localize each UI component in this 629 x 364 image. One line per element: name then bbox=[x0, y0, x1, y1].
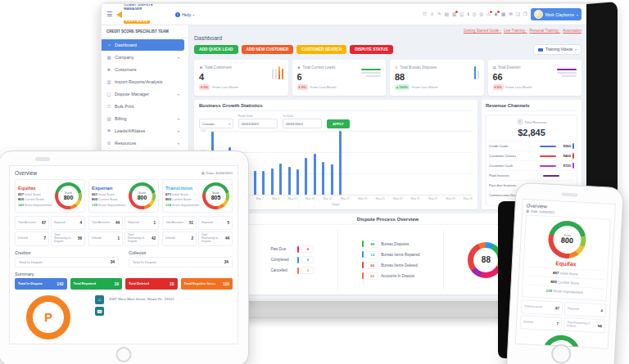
link-personal-training[interactable]: Personal Training bbox=[529, 29, 560, 33]
chart-bar-slot bbox=[447, 131, 455, 195]
link-getting-started[interactable]: Getting Started Guide bbox=[464, 29, 501, 33]
chart-bar bbox=[322, 162, 324, 195]
sidebar-item-dispute-manager[interactable]: ▢ Dispute Manager ▾ bbox=[102, 88, 184, 100]
sidebar-item-dashboard[interactable]: ◔ Dashboard bbox=[102, 39, 184, 51]
chat-icon[interactable]: ❏ bbox=[516, 12, 520, 17]
phone-icon-button[interactable]: ☎ bbox=[95, 307, 104, 316]
sidebar-item-bulk-print[interactable]: ☷ Bulk Print bbox=[102, 101, 184, 112]
chart-bar bbox=[296, 169, 299, 195]
sidebar-item-leads-affiliates[interactable]: ⚑ Leads/Affiliates ▾ bbox=[102, 125, 184, 137]
customer-search-button[interactable]: CUSTOMER SEARCH bbox=[296, 45, 346, 54]
x-tick-label: May 31 bbox=[464, 197, 473, 200]
chart-bar-slot bbox=[345, 131, 353, 195]
sidebar-item-customers[interactable]: ☻ Customers bbox=[102, 64, 184, 75]
total-revenue-value: $2,845 bbox=[489, 128, 574, 137]
help-menu[interactable]: i Help bbox=[175, 12, 194, 17]
avatar bbox=[534, 10, 543, 19]
trend-badge: 0% bbox=[493, 84, 504, 90]
list-icon[interactable]: ☷ bbox=[423, 12, 427, 17]
printer-icon: ☷ bbox=[106, 104, 111, 109]
sitemap-icon[interactable]: ◫ bbox=[459, 12, 464, 17]
gear-icon: ⚙ bbox=[106, 141, 111, 146]
add-new-customer-button[interactable]: ADD NEW CUSTOMER bbox=[242, 45, 294, 54]
score-gauge: Score805 bbox=[202, 182, 229, 209]
disputes-icon: ♙ bbox=[395, 65, 398, 70]
chart-bar-slot bbox=[310, 131, 319, 195]
flag-icon: ⚑ bbox=[106, 128, 111, 133]
report-date: ▦Date: 10/06/2022 bbox=[201, 171, 233, 175]
person-icon[interactable]: ♙ bbox=[430, 12, 434, 17]
building-icon: ▦ bbox=[106, 55, 111, 60]
chart-bar bbox=[262, 171, 265, 195]
sidebar-item-resources[interactable]: ⚙ Resources ▾ bbox=[102, 137, 184, 149]
chevron-down-icon bbox=[229, 122, 230, 126]
transunion-stats: Total Accounts51 Repaired5 Deleted2 Tota… bbox=[162, 216, 233, 246]
chart-bar-slot bbox=[455, 131, 464, 195]
leads-icon: ☻ bbox=[297, 65, 301, 70]
score-gauge: Score800 bbox=[547, 220, 586, 259]
calendar-icon: ▦ bbox=[526, 209, 529, 213]
tablet-camera bbox=[35, 157, 50, 161]
stat-card-total-customers: ☻Total Customers 4 0%From Last Month bbox=[194, 60, 288, 96]
tablet-screen: Overview ▦Date: 10/06/2022 Equifax 657 I… bbox=[9, 165, 238, 344]
chart-bar-slot bbox=[438, 131, 446, 195]
add-quick-lead-button[interactable]: ADD QUICK LEAD bbox=[194, 45, 238, 54]
document-icon[interactable]: ▤ bbox=[445, 12, 449, 17]
trend-badge: 0% bbox=[297, 84, 308, 90]
chart-bar bbox=[314, 154, 316, 195]
address-icon-button[interactable]: ⌂ bbox=[95, 295, 104, 304]
globe-icon[interactable]: ◎ bbox=[479, 12, 483, 17]
sidebar-item-import-reports[interactable]: ▥ Import Reports/Analysis bbox=[102, 76, 184, 88]
video-icon bbox=[538, 48, 543, 52]
summary-title: Summary bbox=[15, 272, 233, 276]
card-icon[interactable]: ▦ bbox=[501, 12, 505, 17]
to-date-input[interactable]: 05/31/2022 bbox=[283, 119, 322, 128]
sidebar-item-billing[interactable]: ▤ Billing ▾ bbox=[102, 113, 184, 124]
chart-bar-slot bbox=[353, 131, 361, 195]
bureau-card-equifax: Equifax 657 Initial Score 800 Current Sc… bbox=[15, 179, 85, 213]
chart-bar-slot bbox=[430, 131, 438, 195]
dashboard-icon: ◔ bbox=[106, 43, 111, 47]
equifax-stats: Total Accounts67 Repaired4 Deleted7 Tota… bbox=[520, 299, 607, 333]
hamburger-menu-icon[interactable]: ☰ bbox=[106, 11, 112, 18]
apply-button[interactable]: APPLY bbox=[327, 119, 350, 128]
summary-total-deleted: Total Deleted10 bbox=[125, 278, 178, 290]
phone-mockup: Overview ▦Date: 10/06/2022 Score800 Equi… bbox=[505, 182, 623, 364]
range-select[interactable]: Custom bbox=[199, 119, 233, 128]
page-title: Dashboard bbox=[194, 35, 581, 41]
dispute-status-button[interactable]: DISPUTE STATUS bbox=[350, 45, 393, 54]
revenue-row: Paid Invoices bbox=[489, 170, 574, 180]
sparkline-bars bbox=[272, 66, 283, 79]
monitor-icon: ▢ bbox=[106, 92, 111, 97]
chart-bar bbox=[305, 158, 307, 195]
link-live-training[interactable]: Live Training bbox=[504, 29, 527, 33]
chart-bar-slot bbox=[260, 131, 268, 195]
chart-bar bbox=[254, 171, 256, 195]
x-tick-label: May 7 bbox=[256, 197, 264, 200]
x-tick-label: May 17 bbox=[341, 197, 350, 200]
trend-badge: 100% bbox=[395, 84, 410, 90]
inbox-icon[interactable]: ✉ bbox=[509, 12, 513, 17]
series-line bbox=[543, 175, 559, 177]
copy-icon[interactable]: ❐ bbox=[523, 12, 527, 17]
pencil-icon[interactable]: ✎ bbox=[437, 12, 441, 17]
user-group-icon[interactable]: ♟ bbox=[494, 12, 498, 17]
info-circle-icon[interactable]: ℹ bbox=[467, 12, 468, 17]
team-name: CREDIT SCORE SPECIALIST TEAM bbox=[102, 25, 188, 38]
mockup-stage: ☰ CLIENT DISPUTE MANAGER SOFTWARE i Help… bbox=[0, 0, 629, 364]
from-date-input[interactable]: 05/01/2022 bbox=[238, 119, 278, 128]
chart-bar-slot bbox=[336, 131, 344, 195]
tablet-home-button[interactable] bbox=[116, 347, 132, 362]
warning-icon[interactable]: ⚠ bbox=[486, 12, 491, 17]
training-videos-button[interactable]: Training Videos bbox=[533, 44, 581, 55]
link-automation[interactable]: Automation bbox=[563, 29, 581, 33]
stat-card-total-current-leads: ☻Total Current Leads 6 0%From Last Month bbox=[292, 60, 387, 96]
chart-bar-slot bbox=[362, 131, 370, 195]
sidebar-item-company[interactable]: ▦ Company ▾ bbox=[102, 52, 184, 63]
user-menu[interactable]: Mark Clayborne bbox=[531, 8, 581, 20]
company-logo: P bbox=[26, 295, 70, 339]
phone-home-button[interactable] bbox=[551, 344, 572, 364]
x-tick-label: May 11 bbox=[288, 197, 297, 200]
clock-icon[interactable]: ◷ bbox=[473, 12, 477, 17]
chart-icon[interactable]: ▥ bbox=[452, 12, 456, 17]
